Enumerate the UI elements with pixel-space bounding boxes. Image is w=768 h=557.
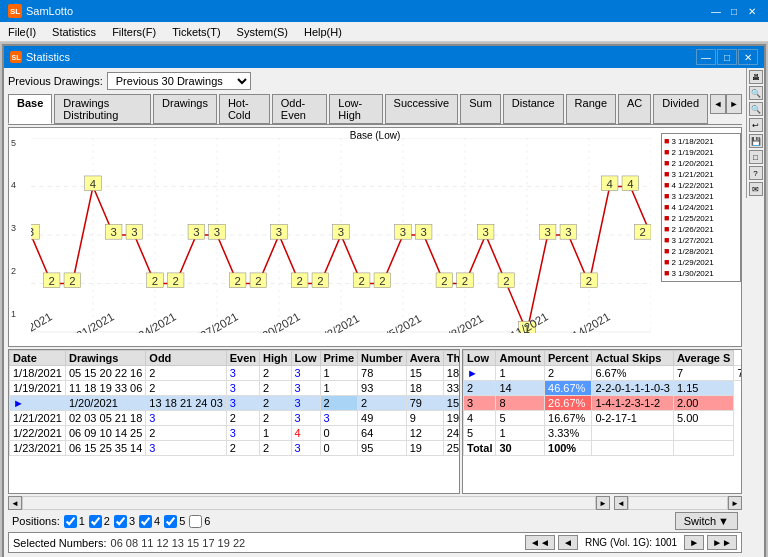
minimize-button[interactable]: — [708, 3, 724, 19]
menu-system[interactable]: System(S) [229, 22, 296, 41]
mail-button[interactable]: ✉ [749, 182, 763, 196]
cell-percent: 46.67% [545, 381, 592, 396]
close-button[interactable]: ✕ [744, 3, 760, 19]
undo-button[interactable]: ↩ [749, 118, 763, 132]
cell-percent: 3.33% [545, 426, 592, 441]
prev-drawings-select[interactable]: Previous 30 Drawings Previous 50 Drawing… [107, 72, 251, 90]
table-row[interactable]: 1/19/2021 11 18 19 33 06 2 3 2 3 1 93 18… [10, 381, 461, 396]
svg-text:2/14/2021: 2/14/2021 [562, 310, 612, 333]
y-label-1: 1 [11, 309, 16, 319]
cell-date: 1/20/2021 [65, 396, 145, 411]
scroll-left-btn[interactable]: ◄ [8, 496, 22, 510]
table-row[interactable]: ► 1/20/2021 13 18 21 24 03 3 2 3 2 2 79 … [10, 396, 461, 411]
selected-label: Selected Numbers: [13, 537, 107, 549]
save-button[interactable]: 💾 [749, 134, 763, 148]
tab-odd-even[interactable]: Odd-Even [272, 94, 328, 124]
tab-range[interactable]: Range [566, 94, 616, 124]
cell-even: 2 [260, 396, 291, 411]
col-avera: Avera [406, 351, 443, 366]
menu-tickets[interactable]: Tickets(T) [164, 22, 228, 41]
tab-hot-cold[interactable]: Hot-Cold [219, 94, 270, 124]
tab-drawings[interactable]: Drawings [153, 94, 217, 124]
pos-1-checkbox[interactable] [64, 515, 77, 528]
legend-item: ■2 1/28/2021 [664, 246, 738, 256]
cell-drawings: 13 18 21 24 03 [146, 396, 226, 411]
table-row-total[interactable]: Total 30 100% [464, 441, 743, 456]
tab-ac[interactable]: AC [618, 94, 651, 124]
nav-next-btn[interactable]: ► [684, 535, 704, 550]
cell-low: 3 [291, 381, 320, 396]
cell-skips: 1-4-1-2-3-1-2 [592, 396, 674, 411]
stats-title-bar: SL Statistics — □ ✕ [4, 46, 764, 68]
tab-base[interactable]: Base [8, 94, 52, 124]
cell-low-val: 1 [496, 366, 545, 381]
nav-back-btn[interactable]: ◄◄ [525, 535, 555, 550]
window-button[interactable]: □ [749, 150, 763, 164]
prev-label: Previous Drawings: [8, 75, 103, 87]
cell-low-val: 5 [464, 426, 496, 441]
cell-total-percent: 100% [545, 441, 592, 456]
left-data-table[interactable]: Date Drawings Odd Even High Low Prime Nu… [8, 349, 460, 494]
stats-window: SL Statistics — □ ✕ 🖶 🔍 🔍 ↩ 💾 □ ? ✉ [2, 44, 766, 557]
tab-distance[interactable]: Distance [503, 94, 564, 124]
scroll-track2[interactable] [628, 496, 728, 510]
table-row[interactable]: 3 8 26.67% 1-4-1-2-3-1-2 2.00 [464, 396, 743, 411]
cell-drawings: 05 15 20 22 16 [65, 366, 145, 381]
menu-help[interactable]: Help(H) [296, 22, 350, 41]
table-row[interactable]: 2 14 46.67% 2-2-0-1-1-1-0-3 1.15 [464, 381, 743, 396]
cell-percent: 26.67% [545, 396, 592, 411]
tab-successive[interactable]: Successive [385, 94, 459, 124]
positions-label: Positions: [12, 515, 60, 527]
cell-odd: 3 [226, 396, 259, 411]
tab-next-btn[interactable]: ► [726, 94, 742, 114]
print-button[interactable]: 🖶 [749, 70, 763, 84]
pos-5-label: 5 [164, 515, 185, 528]
svg-text:3: 3 [483, 226, 489, 238]
zoom-in-button[interactable]: 🔍 [749, 86, 763, 100]
table-row[interactable]: 5 1 3.33% [464, 426, 743, 441]
stats-minimize-btn[interactable]: — [696, 49, 716, 65]
stats-maximize-btn[interactable]: □ [717, 49, 737, 65]
tab-low-high[interactable]: Low-High [329, 94, 382, 124]
pos-3-checkbox[interactable] [114, 515, 127, 528]
menu-filters[interactable]: Filters(F) [104, 22, 164, 41]
table-row[interactable]: 1/18/2021 05 15 20 22 16 2 3 2 3 1 78 15… [10, 366, 461, 381]
pos-6-checkbox[interactable] [189, 515, 202, 528]
switch-button[interactable]: Switch ▼ [675, 512, 738, 530]
menu-statistics[interactable]: Statistics [44, 22, 104, 41]
table-row[interactable]: 1/21/2021 02 03 05 21 18 3 2 2 3 3 49 9 … [10, 411, 461, 426]
table-row[interactable]: 1/22/2021 06 09 10 14 25 2 3 1 4 0 64 12… [10, 426, 461, 441]
pos-4-checkbox[interactable] [139, 515, 152, 528]
scroll-right2-btn[interactable]: ► [728, 496, 742, 510]
right-data-table[interactable]: Low Amount Percent Actual Skips Average … [462, 349, 742, 494]
cell-number: 49 [358, 411, 407, 426]
tab-sum[interactable]: Sum [460, 94, 501, 124]
menu-file[interactable]: File(I) [0, 22, 44, 41]
pos-2-checkbox[interactable] [89, 515, 102, 528]
svg-text:4: 4 [607, 177, 614, 189]
cell-total-avg [673, 441, 733, 456]
chart-area: 5 4 3 2 1 Base (Low) [8, 127, 742, 347]
y-label-5: 5 [11, 138, 16, 148]
cell-the-l: 24 [443, 426, 460, 441]
zoom-out-button[interactable]: 🔍 [749, 102, 763, 116]
stats-close-btn[interactable]: ✕ [738, 49, 758, 65]
scroll-track[interactable] [22, 496, 596, 510]
scroll-left2-btn[interactable]: ◄ [614, 496, 628, 510]
cell-low: 3 [291, 366, 320, 381]
nav-prev-btn[interactable]: ◄ [558, 535, 578, 550]
table-row[interactable]: 1/23/2021 06 15 25 35 14 3 2 2 3 0 95 19… [10, 441, 461, 456]
maximize-button[interactable]: □ [726, 3, 742, 19]
tab-divided[interactable]: Divided [653, 94, 708, 124]
table-row[interactable]: 4 5 16.67% 0-2-17-1 5.00 [464, 411, 743, 426]
table-row[interactable]: ► 1 2 6.67% 7 7.00 [464, 366, 743, 381]
cell-even: 2 [226, 441, 259, 456]
tab-drawings-distributing[interactable]: Drawings Distributing [54, 94, 151, 124]
nav-forward-btn[interactable]: ►► [707, 535, 737, 550]
legend-item: ■4 1/22/2021 [664, 180, 738, 190]
pos-6-label: 6 [189, 515, 210, 528]
help-button[interactable]: ? [749, 166, 763, 180]
tab-prev-btn[interactable]: ◄ [710, 94, 726, 114]
scroll-right-btn[interactable]: ► [596, 496, 610, 510]
pos-5-checkbox[interactable] [164, 515, 177, 528]
